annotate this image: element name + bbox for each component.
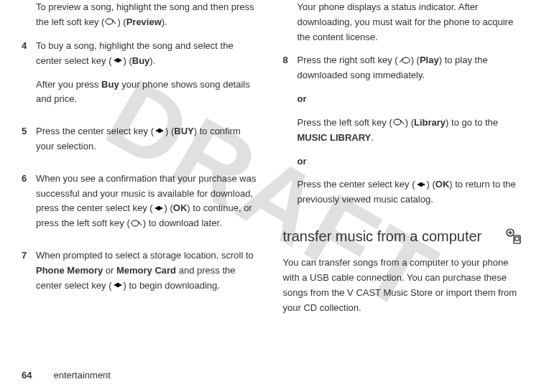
svg-point-10 bbox=[132, 220, 139, 226]
step-number: 6 bbox=[22, 172, 36, 241]
text: ) ( bbox=[427, 179, 435, 190]
preview-intro: To preview a song, highlight the song an… bbox=[36, 0, 262, 30]
text: or bbox=[103, 265, 116, 276]
svg-rect-21 bbox=[515, 237, 519, 241]
text: ) ( bbox=[165, 202, 173, 213]
buy-label: Buy bbox=[101, 79, 119, 90]
page-number: 64 bbox=[22, 370, 32, 381]
step-4: 4 To buy a song, highlight the song and … bbox=[22, 39, 262, 116]
left-soft-key-icon bbox=[393, 116, 405, 131]
ok-label: OK bbox=[435, 179, 450, 190]
center-select-key-icon bbox=[113, 279, 123, 294]
text: After you press bbox=[36, 79, 101, 90]
alt-library-text: Press the left soft key () (Library) to … bbox=[298, 116, 523, 146]
text: ). bbox=[149, 55, 155, 66]
heading-text: transfer music from a computer bbox=[283, 225, 499, 248]
page-footer: 64entertainment bbox=[22, 368, 111, 383]
left-soft-key-icon bbox=[105, 15, 116, 30]
left-column: To preview a song, highlight the song an… bbox=[22, 0, 262, 324]
buy-uppercase-label: BUY bbox=[174, 126, 193, 136]
svg-point-18 bbox=[423, 183, 424, 185]
svg-point-11 bbox=[114, 284, 115, 286]
svg-point-13 bbox=[119, 284, 121, 286]
svg-point-17 bbox=[419, 182, 423, 187]
svg-point-14 bbox=[402, 57, 410, 63]
or-label: or bbox=[298, 154, 523, 169]
text: When prompted to select a storage locati… bbox=[36, 250, 254, 261]
ok-label: OK bbox=[173, 202, 188, 213]
section-name: entertainment bbox=[53, 370, 111, 381]
text: ) to go to the bbox=[446, 117, 498, 128]
text: . bbox=[371, 132, 374, 143]
play-label: Play bbox=[420, 55, 439, 65]
svg-point-7 bbox=[155, 207, 156, 208]
text: Press the center select key ( bbox=[36, 126, 154, 136]
svg-point-3 bbox=[119, 60, 121, 61]
svg-point-5 bbox=[157, 129, 162, 133]
svg-point-0 bbox=[106, 19, 113, 24]
center-select-key-icon bbox=[113, 54, 123, 69]
status-indicator-text: Your phone displays a status indicator. … bbox=[298, 0, 523, 45]
text: ) ( bbox=[165, 126, 174, 136]
preview-label: Preview bbox=[126, 17, 162, 27]
text: ) ( bbox=[411, 55, 420, 65]
step-6-text: When you see a confirmation that your pu… bbox=[36, 172, 262, 232]
svg-point-8 bbox=[157, 206, 161, 210]
step-number: 4 bbox=[22, 39, 36, 116]
text: Press the center select key ( bbox=[298, 179, 415, 190]
svg-point-15 bbox=[394, 119, 401, 125]
step-4-after: After you press Buy your phone shows son… bbox=[36, 78, 262, 108]
step-6: 6 When you see a confirmation that your … bbox=[22, 172, 262, 241]
transfer-paragraph: You can transfer songs from a computer t… bbox=[283, 256, 523, 315]
svg-point-9 bbox=[160, 207, 162, 208]
text: ) ( bbox=[117, 17, 126, 27]
step-number: 5 bbox=[22, 124, 36, 163]
music-library-label: MUSIC LIBRARY bbox=[298, 132, 372, 143]
text: ). bbox=[162, 17, 167, 27]
step-number: 7 bbox=[22, 248, 36, 302]
step-8: 8 Press the right soft key () (Play) to … bbox=[283, 53, 523, 216]
svg-point-2 bbox=[116, 58, 120, 62]
center-select-key-icon bbox=[416, 178, 426, 193]
step-5: 5 Press the center select key () (BUY) t… bbox=[22, 124, 262, 163]
svg-point-6 bbox=[162, 130, 163, 131]
text: ) ( bbox=[124, 55, 132, 66]
text: ) to download later. bbox=[143, 218, 222, 228]
step-7-text: When prompted to select a storage locati… bbox=[36, 248, 262, 294]
text: ) ( bbox=[405, 117, 414, 128]
media-sync-icon bbox=[505, 228, 522, 251]
alt-ok-text: Press the center select key () (OK) to r… bbox=[298, 177, 523, 207]
phone-memory-label: Phone Memory bbox=[36, 265, 103, 276]
left-soft-key-icon bbox=[131, 217, 142, 232]
or-label: or bbox=[298, 92, 523, 107]
step-8-text: Press the right soft key () (Play) to pl… bbox=[298, 53, 523, 83]
right-column: Your phone displays a status indicator. … bbox=[283, 0, 523, 324]
right-soft-key-icon bbox=[399, 54, 410, 69]
step-5-text: Press the center select key () (BUY) to … bbox=[36, 124, 262, 154]
memory-card-label: Memory Card bbox=[116, 265, 176, 276]
text: ) to begin downloading. bbox=[124, 280, 220, 291]
section-heading: transfer music from a computer bbox=[283, 225, 523, 251]
svg-point-1 bbox=[114, 60, 115, 61]
step-7: 7 When prompted to select a storage loca… bbox=[22, 248, 262, 302]
buy-label: Buy bbox=[132, 55, 150, 66]
text: Press the right soft key ( bbox=[298, 55, 398, 65]
text: Press the left soft key ( bbox=[298, 117, 392, 128]
svg-point-16 bbox=[417, 183, 418, 185]
svg-point-12 bbox=[116, 283, 120, 287]
step-number: 8 bbox=[283, 53, 298, 216]
svg-point-4 bbox=[156, 130, 157, 131]
center-select-key-icon bbox=[155, 124, 165, 139]
library-label: Library bbox=[414, 117, 446, 128]
center-select-key-icon bbox=[154, 202, 164, 217]
step-4-text: To buy a song, highlight the song and se… bbox=[36, 39, 262, 69]
